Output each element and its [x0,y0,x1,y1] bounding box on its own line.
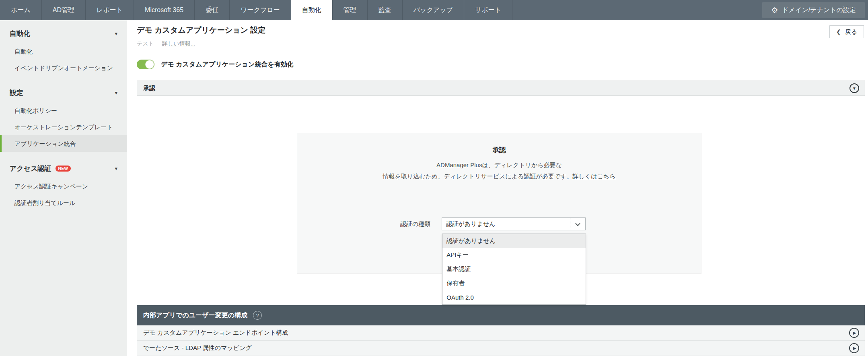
back-button-label: 戻る [845,28,857,36]
expand-play-icon[interactable]: ▶ [849,328,859,338]
section-title: 設定 [10,88,23,97]
auth-type-select[interactable]: 認証がありません 認証がありません APIキー 基本認証 保有者 OAuth 2… [442,217,586,230]
chevron-shape [575,221,580,226]
tab-ad-management[interactable]: AD管理 [42,0,86,20]
main-content: デモ カスタムアプリケーション 設定 テスト 詳しい情報... ❮ 戻る デモ … [127,20,868,356]
dropdown-option-no-auth[interactable]: 認証がありません [442,234,586,248]
tab-delegation[interactable]: 委任 [195,0,230,20]
toggle-label: デモ カスタムアプリケーション統合を有効化 [161,60,294,69]
toggle-knob [145,60,154,69]
endpoint-config-row[interactable]: デモ カスタムアプリケーション エンドポイント構成 ▶ [137,325,865,341]
description-line-1: ADManager Plusは、ディレクトリから必要な [297,159,701,171]
page-header: デモ カスタムアプリケーション 設定 テスト 詳しい情報... ❮ 戻る [127,20,868,53]
auth-type-selected-value: 認証がありません [442,220,570,228]
description-line-2-text: 情報を取り込むため、ディレクトリサービスによる認証が必要です。 [383,173,572,180]
more-info-link[interactable]: 詳しい情報... [162,40,195,48]
config-section-title: 内部アプリでのユーザー変更の構成 [143,311,247,320]
nav-spacer [512,0,762,20]
endpoint-config-label: デモ カスタムアプリケーション エンドポイント構成 [143,329,288,337]
app-subtitle: テスト [137,40,154,48]
sidebar-item-orchestration-template[interactable]: オーケストレーションテンプレート [0,119,127,135]
select-chevron-down-icon[interactable] [570,218,585,230]
new-badge: NEW [56,166,71,172]
sidebar-item-certifier-assignment-rule[interactable]: 認証者割り当てルール [0,195,127,211]
ldap-mapping-row[interactable]: でーたソース - LDAP 属性のマッピング ▶ [137,341,865,356]
approval-bar-title: 承認 [143,85,155,92]
auth-type-dropdown: 認証がありません APIキー 基本認証 保有者 OAuth 2.0 [442,234,586,305]
domain-tenant-settings-button[interactable]: ⚙ ドメイン/テナントの設定 [762,2,865,18]
chevron-down-icon: ▾ [115,166,117,172]
help-icon[interactable]: ? [253,311,262,320]
sidebar-section-automation[interactable]: 自動化 ▾ [0,20,127,43]
learn-more-link[interactable]: 詳しくはこちら [572,173,615,180]
section-title: 自動化 [10,29,30,38]
authorization-description: ADManager Plusは、ディレクトリから必要な 情報を取り込むため、ディ… [297,159,701,182]
tab-microsoft-365[interactable]: Microsoft 365 [134,0,195,20]
sidebar: 自動化 ▾ 自動化 イベントドリブンオートメーション 設定 ▾ 自動化ポリシー … [0,20,127,356]
authorization-panel: 承認 ADManager Plusは、ディレクトリから必要な 情報を取り込むため… [297,133,701,274]
chevron-down-icon: ▾ [115,31,117,37]
page-title: デモ カスタムアプリケーション 設定 [137,25,265,35]
tab-audit[interactable]: 監査 [368,0,403,20]
sidebar-item-application-integration[interactable]: アプリケーション統合 [0,135,127,152]
dropdown-option-oauth2[interactable]: OAuth 2.0 [442,290,586,304]
back-button[interactable]: ❮ 戻る [829,25,864,38]
dropdown-option-basic-auth[interactable]: 基本認証 [442,262,586,276]
sidebar-item-automation-policy[interactable]: 自動化ポリシー [0,102,127,119]
top-navigation: ホーム AD管理 レポート Microsoft 365 委任 ワークフロー 自動… [0,0,868,20]
sidebar-section-access-certification[interactable]: アクセス認証 NEW ▾ [0,152,127,178]
enable-integration-row: デモ カスタムアプリケーション統合を有効化 [137,60,868,69]
expand-play-icon[interactable]: ▶ [849,343,859,353]
user-modification-config-section: 内部アプリでのユーザー変更の構成 ? デモ カスタムアプリケーション エンドポイ… [137,305,865,356]
config-section-header: 内部アプリでのユーザー変更の構成 ? [137,305,865,325]
authorization-panel-title: 承認 [297,145,701,155]
sidebar-section-settings[interactable]: 設定 ▾ [0,76,127,102]
sidebar-item-event-driven-automation[interactable]: イベントドリブンオートメーション [0,60,127,76]
gear-icon: ⚙ [771,6,778,14]
tab-admin[interactable]: 管理 [333,0,368,20]
tab-reports[interactable]: レポート [86,0,134,20]
description-line-2: 情報を取り込むため、ディレクトリサービスによる認証が必要です。詳しくはこちら [297,171,701,182]
auth-type-row: 認証の種類 認証がありません 認証がありません APIキー 基本認証 保有者 O… [400,217,586,230]
tab-automation[interactable]: 自動化 [291,0,333,20]
tab-support[interactable]: サポート [464,0,512,20]
tab-workflow[interactable]: ワークフロー [230,0,291,20]
chevron-down-icon: ▾ [115,90,117,96]
section-title: アクセス認証 [10,164,51,173]
chevron-left-icon: ❮ [836,29,841,35]
tab-backup[interactable]: バックアップ [403,0,464,20]
dropdown-option-api-key[interactable]: APIキー [442,248,586,262]
ldap-mapping-label: でーたソース - LDAP 属性のマッピング [143,344,252,352]
settings-button-label: ドメイン/テナントの設定 [782,6,856,14]
sidebar-item-access-certification-campaign[interactable]: アクセス認証キャンペーン [0,178,127,195]
collapse-section-icon[interactable]: ▼ [849,83,859,93]
enable-integration-toggle[interactable] [137,60,154,69]
auth-type-label: 認証の種類 [400,220,430,228]
approval-section-bar: 承認 ▼ [137,81,865,96]
tab-home[interactable]: ホーム [0,0,42,20]
sidebar-item-automation[interactable]: 自動化 [0,43,127,60]
dropdown-option-bearer[interactable]: 保有者 [442,276,586,290]
